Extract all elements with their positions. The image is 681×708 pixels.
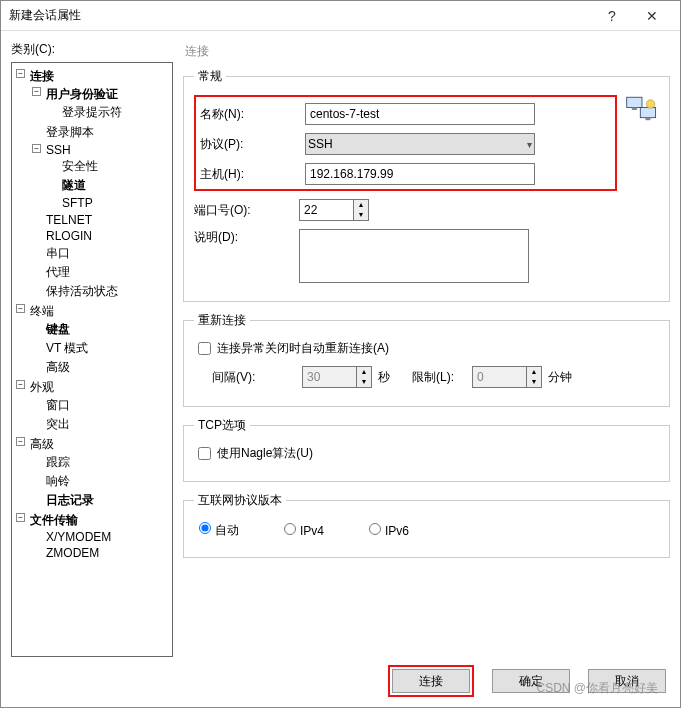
ipv4-option[interactable]: IPv4 bbox=[279, 520, 324, 538]
host-label: 主机(H): bbox=[200, 166, 305, 183]
connect-highlight: 连接 bbox=[388, 665, 474, 697]
reconnect-group: 重新连接 连接异常关闭时自动重新连接(A) 间隔(V): ▲▼ 秒 限制(L): bbox=[183, 312, 670, 407]
auto-reconnect-label: 连接异常关闭时自动重新连接(A) bbox=[217, 340, 389, 357]
tree-zmodem[interactable]: ZMODEM bbox=[44, 545, 170, 561]
tree-serial[interactable]: 串口 bbox=[44, 244, 170, 263]
host-input[interactable] bbox=[305, 163, 535, 185]
tree-bell[interactable]: 响铃 bbox=[44, 472, 170, 491]
interval-input bbox=[302, 366, 357, 388]
category-tree[interactable]: −连接 −用户身份验证 登录提示符 登录脚本 −SSH 安全性 隧道 bbox=[11, 62, 173, 657]
port-spinner[interactable]: ▲▼ bbox=[299, 199, 369, 221]
help-button[interactable]: ? bbox=[592, 8, 632, 24]
tree-window[interactable]: 窗口 bbox=[44, 396, 170, 415]
spin-up-icon[interactable]: ▲ bbox=[354, 200, 368, 210]
collapse-icon[interactable]: − bbox=[16, 513, 25, 522]
general-legend: 常规 bbox=[194, 68, 226, 85]
interval-label: 间隔(V): bbox=[212, 369, 302, 386]
limit-spinner: ▲▼ bbox=[472, 366, 542, 388]
tree-appearance[interactable]: −外观 窗口 突出 bbox=[28, 378, 170, 435]
collapse-icon[interactable]: − bbox=[32, 144, 41, 153]
svg-rect-1 bbox=[640, 107, 655, 117]
tcp-legend: TCP选项 bbox=[194, 417, 250, 434]
tree-auth[interactable]: −用户身份验证 登录提示符 bbox=[44, 85, 170, 123]
collapse-icon[interactable]: − bbox=[16, 380, 25, 389]
collapse-icon[interactable]: − bbox=[16, 304, 25, 313]
tree-logging[interactable]: 日志记录 bbox=[44, 491, 170, 510]
limit-input bbox=[472, 366, 527, 388]
tree-sftp[interactable]: SFTP bbox=[60, 195, 170, 211]
dialog-footer: 连接 确定 取消 bbox=[1, 663, 680, 707]
nagle-label: 使用Nagle算法(U) bbox=[217, 445, 313, 462]
tree-highlight[interactable]: 突出 bbox=[44, 415, 170, 434]
tree-filetransfer[interactable]: −文件传输 X/YMODEM ZMODEM bbox=[28, 511, 170, 562]
chevron-down-icon: ▾ bbox=[527, 139, 532, 150]
spin-down-icon: ▼ bbox=[357, 377, 371, 387]
spin-down-icon[interactable]: ▼ bbox=[354, 210, 368, 220]
connect-button[interactable]: 连接 bbox=[392, 669, 470, 693]
tree-proxy[interactable]: 代理 bbox=[44, 263, 170, 282]
ip-auto-radio[interactable] bbox=[199, 522, 211, 534]
close-button[interactable]: ✕ bbox=[632, 8, 672, 24]
reconnect-legend: 重新连接 bbox=[194, 312, 250, 329]
tree-login-prompt[interactable]: 登录提示符 bbox=[60, 103, 170, 122]
port-label: 端口号(O): bbox=[194, 202, 299, 219]
tree-advanced2[interactable]: −高级 跟踪 响铃 日志记录 bbox=[28, 435, 170, 511]
ip-auto-option[interactable]: 自动 bbox=[194, 519, 239, 539]
collapse-icon[interactable]: − bbox=[32, 87, 41, 96]
name-label: 名称(N): bbox=[200, 106, 305, 123]
nagle-checkbox[interactable] bbox=[198, 447, 211, 460]
ipv6-option[interactable]: IPv6 bbox=[364, 520, 409, 538]
ipversion-legend: 互联网协议版本 bbox=[194, 492, 286, 509]
ipv6-radio[interactable] bbox=[369, 523, 381, 535]
tree-xymodem[interactable]: X/YMODEM bbox=[44, 529, 170, 545]
ipv4-radio[interactable] bbox=[284, 523, 296, 535]
cancel-button[interactable]: 取消 bbox=[588, 669, 666, 693]
protocol-select[interactable]: SSH ▾ bbox=[305, 133, 535, 155]
svg-rect-2 bbox=[632, 107, 637, 110]
right-pane: 连接 常规 名称(N): 协议(P): SS bbox=[179, 41, 674, 657]
ok-button[interactable]: 确定 bbox=[492, 669, 570, 693]
dialog-body: 类别(C): −连接 −用户身份验证 登录提示符 登录脚本 −SSH bbox=[1, 31, 680, 663]
tree-tunnel[interactable]: 隧道 bbox=[60, 176, 170, 195]
tree-security[interactable]: 安全性 bbox=[60, 157, 170, 176]
protocol-value: SSH bbox=[308, 137, 333, 151]
seconds-label: 秒 bbox=[378, 369, 390, 386]
desc-textarea[interactable] bbox=[299, 229, 529, 283]
highlighted-inputs: 名称(N): 协议(P): SSH ▾ 主 bbox=[194, 95, 617, 191]
collapse-icon[interactable]: − bbox=[16, 437, 25, 446]
spin-up-icon: ▲ bbox=[357, 367, 371, 377]
minutes-label: 分钟 bbox=[548, 369, 572, 386]
port-input[interactable] bbox=[299, 199, 354, 221]
ipversion-group: 互联网协议版本 自动 IPv4 IPv6 bbox=[183, 492, 670, 558]
tree-terminal[interactable]: −终端 键盘 VT 模式 高级 bbox=[28, 302, 170, 378]
svg-rect-3 bbox=[645, 118, 650, 121]
tree-rlogin[interactable]: RLOGIN bbox=[44, 228, 170, 244]
titlebar: 新建会话属性 ? ✕ bbox=[1, 1, 680, 31]
tree-advanced1[interactable]: 高级 bbox=[44, 358, 170, 377]
dialog-window: 新建会话属性 ? ✕ 类别(C): −连接 −用户身份验证 登录提示符 登录脚本 bbox=[0, 0, 681, 708]
tree-telnet[interactable]: TELNET bbox=[44, 212, 170, 228]
tree-connection[interactable]: −连接 −用户身份验证 登录提示符 登录脚本 −SSH 安全性 隧道 bbox=[28, 67, 170, 302]
tcp-group: TCP选项 使用Nagle算法(U) bbox=[183, 417, 670, 482]
tree-login-script[interactable]: 登录脚本 bbox=[44, 123, 170, 142]
left-pane: 类别(C): −连接 −用户身份验证 登录提示符 登录脚本 −SSH bbox=[11, 41, 173, 657]
interval-spinner: ▲▼ bbox=[302, 366, 372, 388]
name-input[interactable] bbox=[305, 103, 535, 125]
tree-vtmode[interactable]: VT 模式 bbox=[44, 339, 170, 358]
tree-keepalive[interactable]: 保持活动状态 bbox=[44, 282, 170, 301]
desc-label: 说明(D): bbox=[194, 229, 299, 246]
collapse-icon[interactable]: − bbox=[16, 69, 25, 78]
window-title: 新建会话属性 bbox=[9, 7, 592, 24]
svg-point-4 bbox=[646, 100, 655, 109]
category-label: 类别(C): bbox=[11, 41, 173, 58]
general-group: 常规 名称(N): 协议(P): SSH bbox=[183, 68, 670, 302]
tree-ssh[interactable]: −SSH 安全性 隧道 SFTP bbox=[44, 142, 170, 212]
auto-reconnect-checkbox[interactable] bbox=[198, 342, 211, 355]
tree-trace[interactable]: 跟踪 bbox=[44, 453, 170, 472]
svg-rect-0 bbox=[627, 97, 642, 107]
tree-keyboard[interactable]: 键盘 bbox=[44, 320, 170, 339]
connection-icon bbox=[625, 95, 659, 128]
limit-label: 限制(L): bbox=[412, 369, 472, 386]
panel-title: 连接 bbox=[179, 41, 674, 62]
spin-down-icon: ▼ bbox=[527, 377, 541, 387]
